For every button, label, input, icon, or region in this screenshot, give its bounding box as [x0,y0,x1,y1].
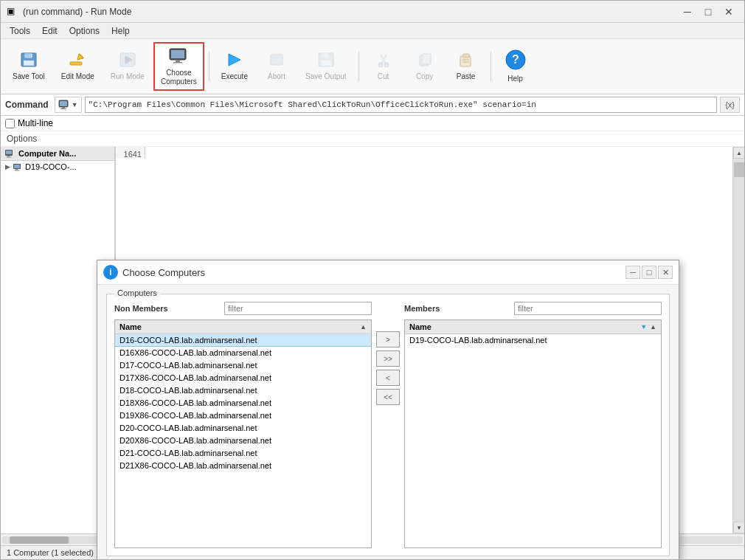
right-number: 1641 [116,147,145,159]
list-item[interactable]: D18-COCO-LAB.lab.adminarsenal.net [115,384,371,397]
non-members-panel: Non Members Name ▲ D16-COCO-LAB. [114,302,372,548]
list-item[interactable]: D20-COCO-LAB.lab.adminarsenal.net [115,422,371,435]
computer-small-icon [58,99,70,111]
svg-rect-11 [176,60,180,62]
svg-rect-41 [15,170,20,170]
non-members-col-name: Name [119,322,357,331]
menu-tools[interactable]: Tools [4,24,36,38]
abort-button[interactable]: Abort [257,47,297,86]
run-mode-icon [119,52,136,71]
menu-help[interactable]: Help [105,24,136,38]
close-button[interactable]: ✕ [719,4,738,19]
title-bar-text: (run command) - Run Mode [23,7,678,17]
save-output-icon [317,52,335,71]
list-item[interactable]: D19X86-COCO-LAB.lab.adminarsenal.net [115,409,371,422]
dialog-minimize-btn[interactable]: ─ [626,266,640,279]
dialog-controls: ─ □ ✕ [626,266,673,279]
status-text: 1 Computer (1 selected) [7,548,94,557]
maximize-button[interactable]: □ [699,4,718,19]
save-output-label: Save Output [305,72,347,81]
list-item[interactable]: D21-COCO-LAB.lab.adminarsenal.net [115,447,371,460]
dropdown-arrow: ▼ [72,101,78,108]
cut-button[interactable]: Cut [364,47,403,86]
remove-one-button[interactable]: < [376,370,400,386]
dialog-maximize-btn[interactable]: □ [642,266,656,279]
command-expand-button[interactable]: {x} [720,97,740,113]
save-tool-button[interactable]: Save Tool [5,47,52,86]
save-output-button[interactable]: Save Output [298,47,354,86]
svg-rect-25 [463,54,469,58]
minimize-button[interactable]: ─ [678,4,697,19]
add-all-button[interactable]: >> [376,350,400,367]
svg-point-20 [378,63,383,67]
options-label: Options [7,134,37,144]
members-filter[interactable] [514,302,662,315]
list-scroll-up-arrow[interactable]: ▲ [360,323,367,331]
list-item[interactable]: D17-COCO-LAB.lab.adminarsenal.net [115,359,371,372]
abort-label: Abort [268,72,285,81]
svg-rect-32 [62,107,65,108]
remove-all-button[interactable]: << [376,389,400,405]
run-mode-button[interactable]: Run Mode [103,47,152,86]
members-scroll-up[interactable]: ▲ [650,323,656,331]
list-item[interactable]: D16-COCO-LAB.lab.adminarsenal.net [115,334,371,347]
options-bar: Multi-line [1,116,744,131]
copy-button[interactable]: Copy [405,47,445,86]
computers-layout: Non Members Name ▲ D16-COCO-LAB. [114,302,662,548]
transfer-buttons: > >> < << [376,302,400,405]
non-members-listbox[interactable]: Name ▲ D16-COCO-LAB.lab.adminarsenal.net… [114,319,372,548]
menu-options[interactable]: Options [63,24,105,38]
title-bar: ▣ (run command) - Run Mode ─ □ ✕ [1,1,744,23]
help-icon: ? [505,49,526,73]
dialog-body: Computers Non Members Name [97,285,679,559]
hscroll-thumb [10,536,69,544]
vscroll-down-btn[interactable]: ▼ [733,522,744,533]
abort-icon [268,52,285,71]
copy-label: Copy [416,72,433,81]
list-item[interactable]: D17X86-COCO-LAB.lab.adminarsenal.net [115,372,371,384]
execute-label: Execute [221,72,248,81]
toolbar-sep-1 [209,52,209,81]
dialog-title-bar: i Choose Computers ─ □ ✕ [97,260,679,285]
vscroll-track [733,159,744,522]
list-item[interactable]: D16X86-COCO-LAB.lab.adminarsenal.net [115,347,371,359]
members-listbox[interactable]: Name ▼ ▲ D19-COCO-LAB.lab.adminarsenal.n… [404,319,662,548]
list-item[interactable]: D21X86-COCO-LAB.lab.adminarsenal.net [115,460,371,472]
paste-icon [457,52,475,71]
command-dropdown[interactable]: ▼ [55,97,82,113]
edit-mode-icon [69,52,86,71]
svg-rect-12 [173,62,182,63]
multiline-checkbox-label[interactable]: Multi-line [5,118,53,128]
paste-button[interactable]: Paste [446,47,486,86]
svg-rect-2 [24,61,34,66]
title-bar-controls: ─ □ ✕ [678,4,738,19]
list-item[interactable]: D20X86-COCO-LAB.lab.adminarsenal.net [115,435,371,447]
members-list-item[interactable]: D19-COCO-LAB.lab.adminarsenal.net [405,334,661,347]
panel-header: Computer Na... [1,147,114,161]
cut-icon [375,52,392,71]
list-item[interactable]: D18X86-COCO-LAB.lab.adminarsenal.net [115,397,371,409]
toolbar-sep-3 [491,52,491,81]
menu-edit[interactable]: Edit [36,24,63,38]
help-label: Help [507,75,523,83]
edit-mode-button[interactable]: Edit Mode [54,47,102,86]
vscroll: ▲ ▼ [732,147,744,533]
execute-icon [226,52,243,71]
non-members-filter[interactable] [224,302,372,315]
command-input[interactable] [85,97,718,113]
dialog-close-btn[interactable]: ✕ [658,266,673,279]
computer-list-icon [5,149,15,158]
execute-button[interactable]: Execute [214,47,255,86]
options-row: Options [1,131,744,147]
multiline-label: Multi-line [18,118,53,128]
members-sort-icon: ▼ [640,323,647,331]
multiline-checkbox[interactable] [5,119,15,128]
choose-computers-button[interactable]: Choose Computers [153,42,204,91]
add-one-button[interactable]: > [376,331,400,348]
svg-marker-13 [229,54,240,66]
vscroll-up-btn[interactable]: ▲ [733,147,744,159]
computer-list-item[interactable]: ▶ D19-COCO-... [1,161,114,173]
svg-rect-10 [171,50,184,58]
help-button[interactable]: ? Help [496,45,536,88]
menu-bar: Tools Edit Options Help [1,23,744,39]
